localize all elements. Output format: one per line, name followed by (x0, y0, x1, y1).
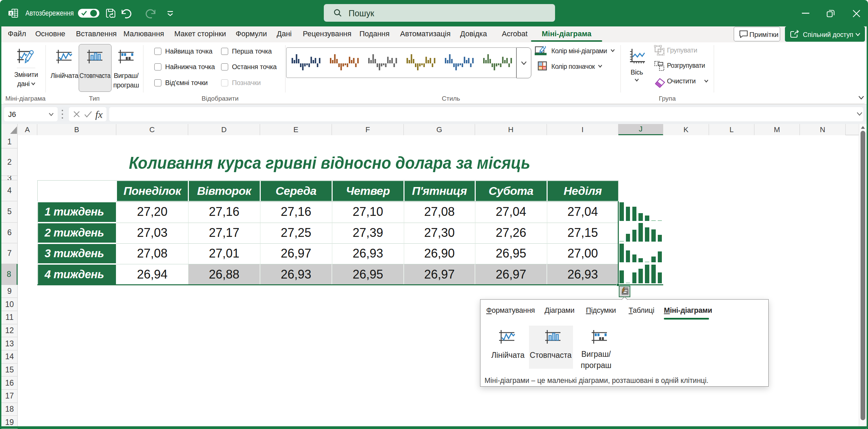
svg-text:X: X (9, 11, 12, 16)
